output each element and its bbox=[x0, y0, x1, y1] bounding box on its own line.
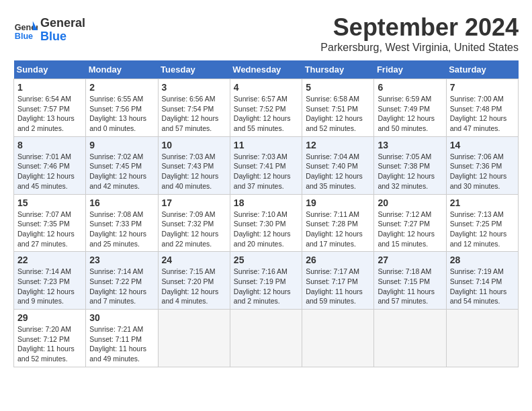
col-monday: Monday bbox=[86, 60, 158, 79]
svg-text:Blue: Blue bbox=[15, 31, 33, 40]
calendar-week-row: 8Sunrise: 7:01 AMSunset: 7:46 PMDaylight… bbox=[14, 136, 519, 194]
calendar-header-row: Sunday Monday Tuesday Wednesday Thursday… bbox=[14, 60, 519, 79]
logo: General Blue General Blue bbox=[13, 17, 85, 44]
day-info: Sunrise: 7:06 AMSunset: 7:36 PMDaylight:… bbox=[450, 152, 515, 191]
table-row: 29Sunrise: 7:20 AMSunset: 7:12 PMDayligh… bbox=[14, 310, 86, 367]
day-number: 2 bbox=[89, 82, 154, 93]
day-info: Sunrise: 6:55 AMSunset: 7:56 PMDaylight:… bbox=[89, 94, 154, 134]
table-row: 3Sunrise: 6:56 AMSunset: 7:54 PMDaylight… bbox=[158, 79, 230, 137]
day-number: 6 bbox=[378, 82, 442, 93]
day-info: Sunrise: 7:19 AMSunset: 7:14 PMDaylight:… bbox=[450, 267, 515, 306]
table-row: 11Sunrise: 7:03 AMSunset: 7:41 PMDayligh… bbox=[230, 136, 302, 194]
table-row bbox=[374, 310, 446, 367]
day-number: 10 bbox=[162, 140, 226, 150]
day-info: Sunrise: 7:16 AMSunset: 7:19 PMDaylight:… bbox=[234, 267, 298, 306]
day-info: Sunrise: 7:03 AMSunset: 7:43 PMDaylight:… bbox=[162, 152, 226, 191]
table-row: 13Sunrise: 7:05 AMSunset: 7:38 PMDayligh… bbox=[374, 136, 446, 194]
logo-blue: Blue bbox=[40, 30, 85, 44]
day-info: Sunrise: 7:12 AMSunset: 7:27 PMDaylight:… bbox=[378, 210, 442, 249]
day-info: Sunrise: 7:09 AMSunset: 7:32 PMDaylight:… bbox=[162, 210, 226, 249]
day-number: 26 bbox=[306, 255, 370, 265]
day-number: 22 bbox=[17, 255, 82, 265]
table-row bbox=[230, 310, 302, 367]
calendar-table: Sunday Monday Tuesday Wednesday Thursday… bbox=[13, 60, 519, 367]
col-friday: Friday bbox=[374, 60, 446, 79]
title-section: September 2024 Parkersburg, West Virgini… bbox=[320, 13, 519, 54]
page-header: General Blue General Blue September 2024… bbox=[13, 13, 519, 54]
logo-icon: General Blue bbox=[13, 18, 38, 42]
day-number: 8 bbox=[17, 140, 82, 150]
day-number: 23 bbox=[89, 255, 154, 265]
table-row: 16Sunrise: 7:08 AMSunset: 7:33 PMDayligh… bbox=[86, 194, 158, 252]
day-number: 11 bbox=[234, 140, 298, 150]
day-info: Sunrise: 6:56 AMSunset: 7:54 PMDaylight:… bbox=[162, 94, 226, 134]
table-row: 26Sunrise: 7:17 AMSunset: 7:17 PMDayligh… bbox=[302, 252, 374, 310]
calendar-week-row: 15Sunrise: 7:07 AMSunset: 7:35 PMDayligh… bbox=[14, 194, 519, 252]
day-number: 18 bbox=[234, 197, 298, 208]
day-info: Sunrise: 7:08 AMSunset: 7:33 PMDaylight:… bbox=[89, 210, 154, 249]
day-info: Sunrise: 7:11 AMSunset: 7:28 PMDaylight:… bbox=[306, 210, 370, 249]
day-number: 21 bbox=[450, 197, 515, 208]
month-year-title: September 2024 bbox=[320, 13, 519, 42]
table-row bbox=[158, 310, 230, 367]
table-row: 30Sunrise: 7:21 AMSunset: 7:11 PMDayligh… bbox=[86, 310, 158, 367]
day-info: Sunrise: 7:13 AMSunset: 7:25 PMDaylight:… bbox=[450, 210, 515, 249]
day-info: Sunrise: 6:54 AMSunset: 7:57 PMDaylight:… bbox=[17, 94, 82, 134]
day-info: Sunrise: 7:18 AMSunset: 7:15 PMDaylight:… bbox=[378, 267, 442, 306]
table-row: 21Sunrise: 7:13 AMSunset: 7:25 PMDayligh… bbox=[446, 194, 518, 252]
day-number: 7 bbox=[450, 82, 515, 93]
day-number: 20 bbox=[378, 197, 442, 208]
table-row: 6Sunrise: 6:59 AMSunset: 7:49 PMDaylight… bbox=[374, 79, 446, 137]
day-info: Sunrise: 7:17 AMSunset: 7:17 PMDaylight:… bbox=[306, 267, 370, 306]
table-row bbox=[446, 310, 518, 367]
table-row: 12Sunrise: 7:04 AMSunset: 7:40 PMDayligh… bbox=[302, 136, 374, 194]
col-sunday: Sunday bbox=[14, 60, 86, 79]
table-row: 7Sunrise: 7:00 AMSunset: 7:48 PMDaylight… bbox=[446, 79, 518, 137]
day-info: Sunrise: 7:14 AMSunset: 7:22 PMDaylight:… bbox=[89, 267, 154, 306]
day-number: 14 bbox=[450, 140, 515, 150]
day-info: Sunrise: 6:57 AMSunset: 7:52 PMDaylight:… bbox=[234, 94, 298, 134]
day-number: 13 bbox=[378, 140, 442, 150]
day-number: 16 bbox=[89, 197, 154, 208]
table-row: 4Sunrise: 6:57 AMSunset: 7:52 PMDaylight… bbox=[230, 79, 302, 137]
day-info: Sunrise: 7:01 AMSunset: 7:46 PMDaylight:… bbox=[17, 152, 82, 191]
day-info: Sunrise: 7:00 AMSunset: 7:48 PMDaylight:… bbox=[450, 94, 515, 134]
table-row: 25Sunrise: 7:16 AMSunset: 7:19 PMDayligh… bbox=[230, 252, 302, 310]
col-thursday: Thursday bbox=[302, 60, 374, 79]
day-info: Sunrise: 7:10 AMSunset: 7:30 PMDaylight:… bbox=[234, 210, 298, 249]
table-row: 22Sunrise: 7:14 AMSunset: 7:23 PMDayligh… bbox=[14, 252, 86, 310]
day-number: 24 bbox=[162, 255, 226, 265]
calendar-week-row: 29Sunrise: 7:20 AMSunset: 7:12 PMDayligh… bbox=[14, 310, 519, 367]
table-row: 20Sunrise: 7:12 AMSunset: 7:27 PMDayligh… bbox=[374, 194, 446, 252]
table-row: 1Sunrise: 6:54 AMSunset: 7:57 PMDaylight… bbox=[14, 79, 86, 137]
col-saturday: Saturday bbox=[446, 60, 518, 79]
calendar-week-row: 1Sunrise: 6:54 AMSunset: 7:57 PMDaylight… bbox=[14, 79, 519, 137]
table-row: 2Sunrise: 6:55 AMSunset: 7:56 PMDaylight… bbox=[86, 79, 158, 137]
table-row: 14Sunrise: 7:06 AMSunset: 7:36 PMDayligh… bbox=[446, 136, 518, 194]
day-number: 25 bbox=[234, 255, 298, 265]
day-number: 29 bbox=[17, 312, 82, 323]
day-number: 3 bbox=[162, 82, 226, 93]
day-info: Sunrise: 7:21 AMSunset: 7:11 PMDaylight:… bbox=[89, 324, 154, 364]
table-row: 27Sunrise: 7:18 AMSunset: 7:15 PMDayligh… bbox=[374, 252, 446, 310]
table-row: 5Sunrise: 6:58 AMSunset: 7:51 PMDaylight… bbox=[302, 79, 374, 137]
table-row: 9Sunrise: 7:02 AMSunset: 7:45 PMDaylight… bbox=[86, 136, 158, 194]
day-info: Sunrise: 7:04 AMSunset: 7:40 PMDaylight:… bbox=[306, 152, 370, 191]
day-info: Sunrise: 7:07 AMSunset: 7:35 PMDaylight:… bbox=[17, 210, 82, 249]
location-subtitle: Parkersburg, West Virginia, United State… bbox=[320, 42, 519, 54]
table-row: 8Sunrise: 7:01 AMSunset: 7:46 PMDaylight… bbox=[14, 136, 86, 194]
day-number: 4 bbox=[234, 82, 298, 93]
logo-general: General bbox=[40, 17, 85, 30]
table-row: 17Sunrise: 7:09 AMSunset: 7:32 PMDayligh… bbox=[158, 194, 230, 252]
calendar-week-row: 22Sunrise: 7:14 AMSunset: 7:23 PMDayligh… bbox=[14, 252, 519, 310]
day-number: 19 bbox=[306, 197, 370, 208]
day-number: 15 bbox=[17, 197, 82, 208]
day-number: 27 bbox=[378, 255, 442, 265]
col-wednesday: Wednesday bbox=[230, 60, 302, 79]
day-number: 5 bbox=[306, 82, 370, 93]
day-number: 1 bbox=[17, 82, 82, 93]
day-info: Sunrise: 6:59 AMSunset: 7:49 PMDaylight:… bbox=[378, 94, 442, 134]
day-info: Sunrise: 7:20 AMSunset: 7:12 PMDaylight:… bbox=[17, 324, 82, 364]
table-row: 23Sunrise: 7:14 AMSunset: 7:22 PMDayligh… bbox=[86, 252, 158, 310]
table-row: 18Sunrise: 7:10 AMSunset: 7:30 PMDayligh… bbox=[230, 194, 302, 252]
